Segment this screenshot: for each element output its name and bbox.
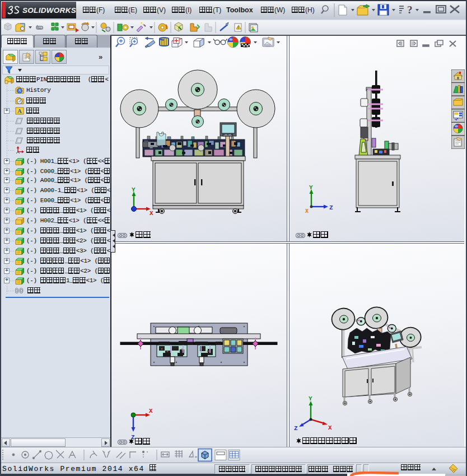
svg-text:X: X bbox=[328, 424, 332, 431]
svg-text:Y: Y bbox=[132, 186, 136, 193]
svg-text:Z: Z bbox=[329, 204, 333, 211]
svg-text:Y: Y bbox=[309, 184, 313, 191]
svg-text:Z: Z bbox=[294, 425, 298, 432]
svg-text:A: A bbox=[17, 108, 22, 114]
svg-text:X: X bbox=[150, 210, 153, 217]
svg-text:X: X bbox=[305, 208, 309, 214]
svg-text:!: ! bbox=[238, 26, 239, 30]
svg-text:Y: Y bbox=[309, 395, 312, 402]
svg-text:?: ? bbox=[407, 4, 413, 16]
svg-text:X: X bbox=[149, 408, 153, 414]
